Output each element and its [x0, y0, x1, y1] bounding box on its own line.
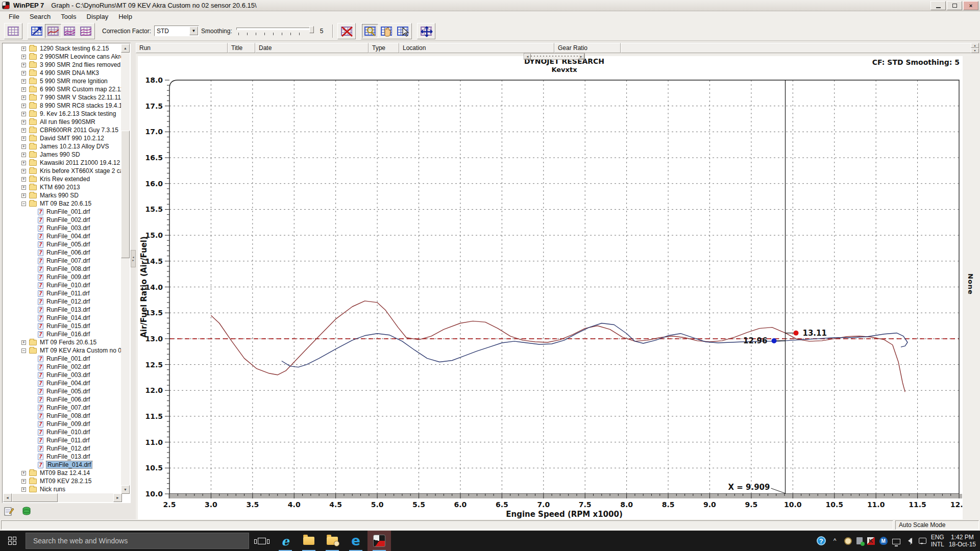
recent-folder-button[interactable]	[321, 531, 344, 551]
tree-file-item[interactable]: 7RunFile_013.drf	[3, 306, 121, 314]
tray-chevron-icon[interactable]: ^	[830, 536, 840, 545]
tree-vertical-scrollbar[interactable]: ▲ ▼	[121, 44, 130, 494]
column-header-gear-ratio[interactable]: Gear Ratio	[554, 43, 621, 53]
menu-help[interactable]: Help	[114, 12, 137, 21]
column-header-date[interactable]: Date	[255, 43, 369, 53]
network-tray-icon[interactable]	[892, 539, 900, 544]
tree-file-item[interactable]: 7RunFile_010.drf	[3, 428, 121, 436]
expand-icon[interactable]: +	[21, 63, 26, 67]
pan-graph-button[interactable]	[378, 24, 395, 38]
expand-icon[interactable]: +	[21, 471, 26, 475]
tree-folder-item[interactable]: +MT 09 Ferds 20.6.15	[3, 338, 121, 346]
expand-icon[interactable]: +	[21, 120, 26, 124]
tree-folder-item[interactable]: +6 990 SMR Custom map 22.11.1	[3, 85, 121, 93]
range-right-icon[interactable]: ►	[578, 54, 584, 59]
tree-folder-item[interactable]: +CBR600RR 2011 Guy 7.3.15	[3, 126, 121, 134]
menu-tools[interactable]: Tools	[56, 12, 81, 21]
expand-icon[interactable]: +	[21, 55, 26, 59]
tree-file-item[interactable]: 7RunFile_014.drf	[3, 314, 121, 322]
expand-icon[interactable]: +	[21, 104, 26, 108]
expand-icon[interactable]: +	[21, 169, 26, 173]
graph-range-scrollbar[interactable]: ◄ ►	[524, 53, 585, 60]
header-scroll-up-button[interactable]: ▲	[971, 43, 979, 48]
column-header-type[interactable]: Type	[369, 43, 399, 53]
zoom-graph-button[interactable]	[362, 24, 378, 38]
dropdown-arrow-icon[interactable]: ▼	[189, 27, 198, 35]
tree-file-item[interactable]: 7RunFile_012.drf	[3, 444, 121, 453]
overlay-graph-button[interactable]	[61, 24, 78, 38]
expand-icon[interactable]: +	[21, 153, 26, 157]
clear-graph-button[interactable]	[338, 24, 355, 38]
tree-file-item[interactable]: 7RunFile_008.drf	[3, 412, 121, 420]
scroll-down-icon[interactable]: ▼	[121, 485, 130, 494]
column-header-run[interactable]: Run	[136, 43, 228, 53]
tree-file-item[interactable]: 7RunFile_009.drf	[3, 420, 121, 428]
vertical-scroll-thumb[interactable]	[121, 131, 130, 258]
tree-folder-item[interactable]: +James 10.2.13 Alloy DVS	[3, 142, 121, 151]
expand-icon[interactable]: +	[21, 46, 26, 51]
expand-icon[interactable]: +	[21, 79, 26, 84]
column-header-location[interactable]: Location	[399, 43, 554, 53]
malwarebytes-tray-icon[interactable]: M	[879, 537, 888, 545]
menu-display[interactable]: Display	[82, 12, 113, 21]
edge-button[interactable]: e	[344, 531, 368, 551]
expand-icon[interactable]: +	[21, 144, 26, 149]
collapse-icon[interactable]: −	[21, 348, 26, 353]
tree-folder-item[interactable]: +8 990 SMR RC8 stacks 19.4.12	[3, 102, 121, 110]
database-button[interactable]	[20, 505, 33, 517]
tree-file-item[interactable]: 7RunFile_011.drf	[3, 436, 121, 444]
expand-icon[interactable]: +	[21, 177, 26, 182]
panel-splitter[interactable]: ◄ ►	[131, 43, 136, 519]
tree-file-item[interactable]: 7RunFile_004.drf	[3, 379, 121, 387]
tree-folder-item[interactable]: +MT09 KEV 28.2.15	[3, 477, 121, 485]
tree-folder-item[interactable]: +David SMT 990 10.2.12	[3, 134, 121, 142]
close-button[interactable]: ×	[963, 1, 978, 10]
correction-factor-select[interactable]: STD ▼	[154, 26, 199, 36]
taskbar-search-input[interactable]: Search the web and Windows	[26, 533, 249, 549]
tree-file-item[interactable]: 7RunFile_007.drf	[3, 404, 121, 412]
expand-icon[interactable]: +	[21, 95, 26, 100]
multi-graph-button[interactable]	[78, 24, 94, 38]
clock-indicator[interactable]: 1:42 PM 18-Oct-15	[949, 534, 976, 548]
expand-icon[interactable]: +	[21, 87, 26, 92]
tree-file-item[interactable]: 7RunFile_015.drf	[3, 322, 121, 330]
expand-icon[interactable]: +	[21, 136, 26, 141]
scroll-left-icon[interactable]: ◄	[3, 493, 12, 502]
smoothing-slider[interactable]	[235, 26, 317, 37]
sync-clock-tray-icon[interactable]	[844, 537, 852, 545]
volume-tray-icon[interactable]	[905, 538, 912, 544]
tree-folder-item[interactable]: +Kris Rev extended	[3, 175, 121, 183]
tree-folder-item[interactable]: +9. Kev 16.2.13 Stack testing	[3, 110, 121, 118]
menu-search[interactable]: Search	[25, 12, 55, 21]
tree-file-item[interactable]: 7RunFile_002.drf	[3, 216, 121, 224]
axis-scale-button[interactable]	[418, 24, 434, 38]
tree-file-item[interactable]: 7RunFile_003.drf	[3, 224, 121, 232]
expand-icon[interactable]: +	[21, 71, 26, 76]
expand-icon[interactable]: +	[21, 487, 26, 492]
tree-file-item[interactable]: 7RunFile_012.drf	[3, 297, 121, 306]
tree-folder-item[interactable]: +KTM 690 2013	[3, 183, 121, 191]
graph-view-button[interactable]	[45, 24, 61, 38]
column-header-title[interactable]: Title	[228, 43, 255, 53]
tree-file-item[interactable]: 7RunFile_001.drf	[3, 355, 121, 363]
tree-file-item[interactable]: 7RunFile_005.drf	[3, 240, 121, 248]
tree-file-item[interactable]: 7RunFile_008.drf	[3, 265, 121, 273]
kaspersky-tray-icon[interactable]: K	[867, 537, 875, 545]
tree-folder-item[interactable]: −MT 09 Baz 20.6.15	[3, 199, 121, 208]
tree-folder-item[interactable]: +3 990 SMR 2nd flies removed	[3, 61, 121, 69]
start-button[interactable]	[0, 531, 24, 551]
expand-icon[interactable]: +	[21, 161, 26, 165]
tree-file-item[interactable]: 7RunFile_011.drf	[3, 289, 121, 297]
maximize-button[interactable]	[947, 1, 962, 10]
minimize-button[interactable]	[930, 1, 946, 10]
tree-file-item[interactable]: 7RunFile_014.drf	[3, 461, 121, 469]
expand-icon[interactable]: +	[21, 128, 26, 133]
tree-horizontal-scrollbar[interactable]: ◄ ►	[3, 493, 122, 502]
tree-file-item[interactable]: 7RunFile_002.drf	[3, 363, 121, 371]
expand-icon[interactable]: +	[21, 340, 26, 345]
edit-run-notes-button[interactable]	[3, 505, 15, 517]
chart-svg[interactable]: 2.53.03.54.04.55.05.56.06.57.07.58.08.59…	[138, 56, 963, 519]
language-indicator[interactable]: ENG INTL	[931, 534, 944, 548]
scroll-up-icon[interactable]: ▲	[121, 44, 130, 53]
tree-folder-item[interactable]: +James 990 SD	[3, 151, 121, 159]
